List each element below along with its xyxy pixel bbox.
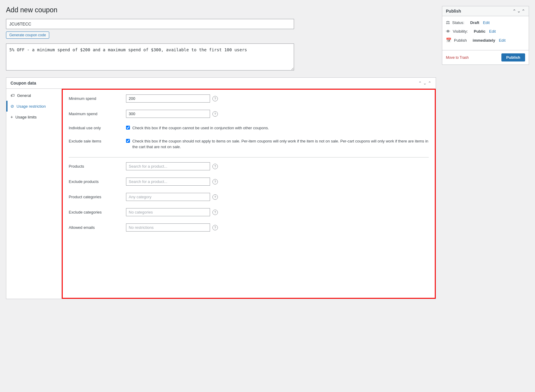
exclude-categories-row: Exclude categories ? [69, 208, 429, 216]
visibility-row: 👁 Visibility: Public Edit [446, 29, 525, 34]
exclude-categories-label: Exclude categories [69, 208, 121, 214]
publish-box: Publish ⌃ ⌄ ⌃ ⚖ Status: Draft Edit 👁 Vis… [442, 6, 529, 65]
publish-button[interactable]: Publish [501, 53, 525, 61]
exclude-products-label: Exclude products [69, 178, 121, 184]
usage-restriction-tab-icon: ⊘ [11, 104, 14, 109]
coupon-data-header: Coupon data ⌃ ⌄ ⌃ [6, 78, 436, 89]
products-help-icon[interactable]: ? [212, 164, 218, 169]
publish-time-edit-link[interactable]: Edit [499, 38, 505, 43]
publish-title: Publish [446, 9, 461, 13]
publish-time-value: immediately [473, 38, 495, 43]
usage-limits-tab-label: Usage limits [15, 115, 37, 119]
exclude-categories-input[interactable] [126, 208, 210, 216]
collapse-up-icon[interactable]: ⌃ [418, 81, 422, 85]
allowed-emails-label: Allowed emails [69, 223, 121, 230]
publish-time-label: Publish [454, 38, 467, 43]
usage-restriction-tab-label: Usage restriction [17, 104, 46, 109]
visibility-icon: 👁 [446, 29, 450, 34]
individual-use-checkbox[interactable] [126, 126, 130, 130]
exclude-sale-checkbox[interactable] [126, 139, 130, 143]
coupon-tabs: 🏷 General ⊘ Usage restriction + Usage li… [6, 89, 62, 299]
publish-time-row: 📅 Publish immediately Edit [446, 37, 525, 43]
maximum-spend-row: Maximum spend ? [69, 110, 429, 118]
publish-header-controls: ⌃ ⌄ ⌃ [512, 9, 525, 13]
products-input[interactable] [126, 162, 210, 170]
products-label: Products [69, 162, 121, 169]
coupon-data-controls: ⌃ ⌄ ⌃ [418, 81, 431, 85]
publish-body: ⚖ Status: Draft Edit 👁 Visibility: Publi… [442, 16, 529, 50]
general-tab-icon: 🏷 [11, 93, 15, 98]
page-title: Add new coupon [6, 6, 436, 14]
minimum-spend-help-icon[interactable]: ? [212, 96, 218, 101]
product-categories-help-icon[interactable]: ? [212, 194, 218, 200]
tab-usage-restriction[interactable]: ⊘ Usage restriction [6, 101, 62, 112]
coupon-data-panel: Coupon data ⌃ ⌄ ⌃ 🏷 General ⊘ Usage rest… [6, 77, 436, 299]
status-edit-link[interactable]: Edit [483, 20, 489, 25]
product-categories-row: Product categories ? [69, 193, 429, 201]
visibility-edit-link[interactable]: Edit [489, 29, 496, 34]
publish-footer: Move to Trash Publish [442, 50, 529, 64]
coupon-description-textarea[interactable]: 5% OFF - a minimum spend of $200 and a m… [6, 43, 294, 70]
individual-use-row: Individual use only Check this box if th… [69, 125, 429, 131]
minimum-spend-input[interactable] [126, 94, 210, 103]
products-row: Products ? [69, 162, 429, 170]
visibility-value: Public [474, 29, 485, 34]
collapse-icon[interactable]: ⌃ [428, 81, 431, 85]
product-categories-label: Product categories [69, 193, 121, 199]
coupon-code-input[interactable] [6, 19, 294, 29]
publish-header: Publish ⌃ ⌄ ⌃ [442, 6, 529, 16]
exclude-products-row: Exclude products ? [69, 178, 429, 186]
usage-limits-tab-icon: + [11, 115, 13, 119]
individual-use-desc: Check this box if the coupon cannot be u… [132, 125, 269, 131]
publish-collapse-all[interactable]: ⌃ [521, 9, 525, 13]
collapse-down-icon[interactable]: ⌄ [423, 81, 427, 85]
move-to-trash-link[interactable]: Move to Trash [446, 55, 469, 60]
visibility-label: Visibility: [453, 29, 468, 34]
status-value: Draft [470, 20, 479, 25]
allowed-emails-help-icon[interactable]: ? [212, 225, 218, 230]
individual-use-label: Individual use only [69, 125, 121, 130]
status-label: Status: [452, 20, 464, 25]
allowed-emails-row: Allowed emails ? [69, 223, 429, 232]
coupon-data-title: Coupon data [11, 81, 36, 85]
general-tab-label: General [17, 93, 31, 98]
exclude-sale-row: Exclude sale items Check this box if the… [69, 138, 429, 150]
exclude-sale-label: Exclude sale items [69, 138, 121, 143]
maximum-spend-help-icon[interactable]: ? [212, 111, 218, 117]
publish-collapse-down[interactable]: ⌄ [517, 9, 521, 13]
calendar-icon: 📅 [446, 37, 452, 43]
product-categories-input[interactable] [126, 193, 210, 201]
tab-general[interactable]: 🏷 General [6, 90, 62, 101]
sidebar: Publish ⌃ ⌄ ⌃ ⚖ Status: Draft Edit 👁 Vis… [442, 6, 529, 299]
exclude-categories-help-icon[interactable]: ? [212, 210, 218, 215]
exclude-products-help-icon[interactable]: ? [212, 179, 218, 184]
tab-usage-limits[interactable]: + Usage limits [6, 112, 62, 122]
maximum-spend-label: Maximum spend [69, 110, 121, 116]
maximum-spend-input[interactable] [126, 110, 210, 118]
exclude-products-input[interactable] [126, 178, 210, 186]
allowed-emails-input[interactable] [126, 223, 210, 232]
generate-coupon-btn[interactable]: Generate coupon code [6, 31, 49, 39]
status-row: ⚖ Status: Draft Edit [446, 20, 525, 25]
exclude-sale-desc: Check this box if the coupon should not … [132, 138, 429, 150]
usage-restriction-content: Minimum spend ? Maximum spend ? [62, 89, 436, 299]
divider [69, 157, 429, 157]
status-icon: ⚖ [446, 20, 450, 25]
publish-collapse-up[interactable]: ⌃ [512, 9, 516, 13]
minimum-spend-row: Minimum spend ? [69, 94, 429, 103]
minimum-spend-label: Minimum spend [69, 94, 121, 101]
